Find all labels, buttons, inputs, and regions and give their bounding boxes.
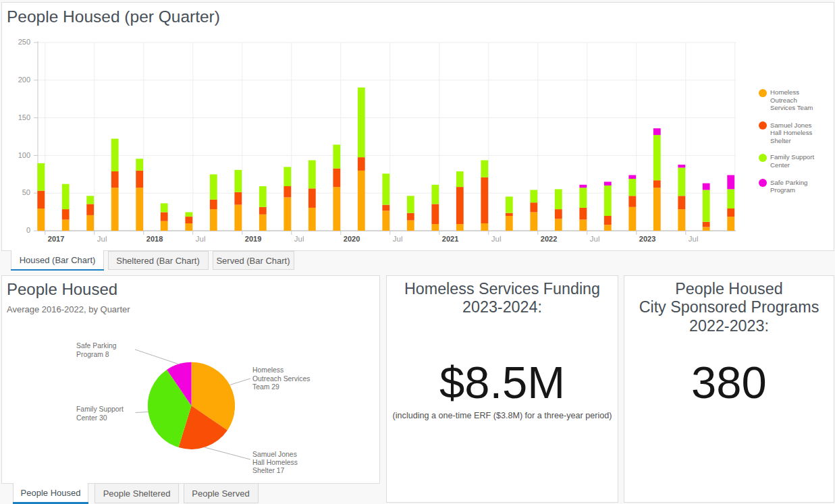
svg-text:Safe Parking: Safe Parking xyxy=(76,342,117,349)
svg-text:Jul: Jul xyxy=(689,235,699,243)
svg-text:2023: 2023 xyxy=(639,235,655,243)
svg-text:Samuel Jones: Samuel Jones xyxy=(252,451,297,458)
svg-text:Jul: Jul xyxy=(590,235,600,243)
svg-text:Family Support: Family Support xyxy=(76,405,124,413)
svg-text:Center 30: Center 30 xyxy=(76,414,107,422)
svg-text:2022: 2022 xyxy=(541,235,557,243)
svg-text:Program 8: Program 8 xyxy=(76,351,109,358)
svg-text:Team 29: Team 29 xyxy=(252,383,279,391)
svg-text:Homeless: Homeless xyxy=(252,366,284,374)
svg-text:Jul: Jul xyxy=(393,235,403,243)
svg-text:2021: 2021 xyxy=(442,235,458,243)
svg-text:Shelter 17: Shelter 17 xyxy=(252,467,285,474)
svg-text:Hall Homeless: Hall Homeless xyxy=(252,459,298,466)
svg-text:Outreach Services: Outreach Services xyxy=(252,375,310,383)
svg-text:Jul: Jul xyxy=(491,235,502,243)
